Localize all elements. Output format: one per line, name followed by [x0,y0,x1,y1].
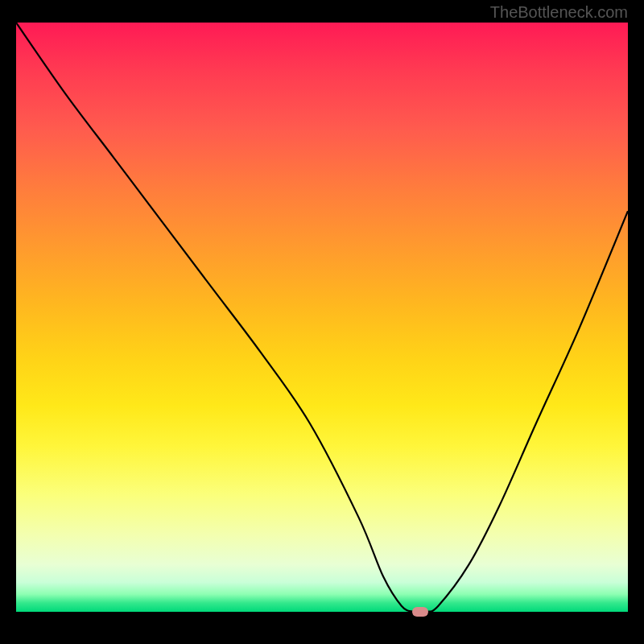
optimal-marker [412,607,428,617]
bottleneck-curve [16,23,628,612]
watermark-text: TheBottleneck.com [490,3,628,22]
chart-container: TheBottleneck.com [0,0,644,644]
